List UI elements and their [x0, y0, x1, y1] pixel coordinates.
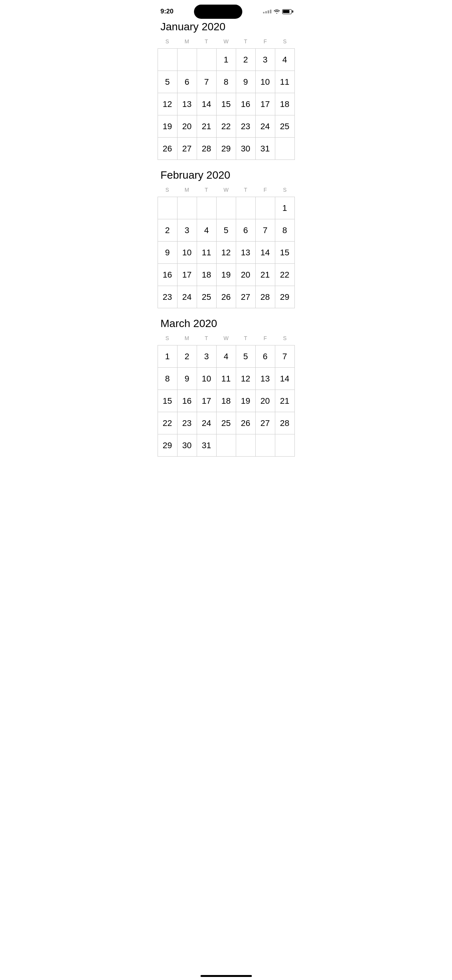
- calendar-cell-day[interactable]: 4: [275, 49, 295, 71]
- calendar-cell-day[interactable]: 15: [275, 242, 295, 264]
- calendar-cell-day[interactable]: 3: [178, 219, 197, 242]
- calendar-cell-day[interactable]: 8: [158, 368, 178, 390]
- calendar-cell-day[interactable]: 9: [236, 71, 256, 93]
- calendar-cell-day[interactable]: 28: [197, 138, 217, 160]
- calendar-cell-day[interactable]: 13: [178, 93, 197, 115]
- calendar-cell-day[interactable]: 7: [256, 219, 275, 242]
- calendar-cell-day[interactable]: 9: [178, 368, 197, 390]
- calendar-cell-day[interactable]: 6: [256, 345, 275, 368]
- calendar-cell-day[interactable]: 13: [236, 242, 256, 264]
- calendar-cell-day[interactable]: 22: [275, 264, 295, 286]
- calendar-cell-day[interactable]: 18: [217, 390, 236, 412]
- calendar-cell-day[interactable]: 5: [158, 71, 178, 93]
- calendar-cell-day[interactable]: 15: [217, 93, 236, 115]
- calendar-cell-day[interactable]: 19: [158, 115, 178, 138]
- calendar-cell-day[interactable]: 12: [236, 368, 256, 390]
- calendar-cell-day[interactable]: 29: [275, 286, 295, 308]
- calendar-cell-day[interactable]: 25: [197, 286, 217, 308]
- calendar-cell-day[interactable]: 25: [217, 412, 236, 434]
- calendar-cell-day[interactable]: 23: [158, 286, 178, 308]
- calendar-cell-day[interactable]: 24: [256, 115, 275, 138]
- calendar-cell-day[interactable]: 3: [197, 345, 217, 368]
- calendar-cell-day[interactable]: 7: [275, 345, 295, 368]
- calendar-cell-day[interactable]: 23: [178, 412, 197, 434]
- day-headers-0: SMTWTFS: [158, 36, 295, 47]
- month-title-1: February 2020: [158, 169, 295, 181]
- calendar-cell-day[interactable]: 24: [197, 412, 217, 434]
- calendar-cell-day[interactable]: 3: [256, 49, 275, 71]
- calendar-cell-day[interactable]: 12: [217, 242, 236, 264]
- calendar-cell-day[interactable]: 20: [236, 264, 256, 286]
- calendar-cell-day[interactable]: 10: [178, 242, 197, 264]
- dynamic-island: [194, 5, 242, 19]
- calendar-cell-day[interactable]: 30: [178, 434, 197, 457]
- calendar-cell-day[interactable]: 6: [178, 71, 197, 93]
- calendar-cell-day[interactable]: 28: [275, 412, 295, 434]
- calendar-cell-day[interactable]: 21: [256, 264, 275, 286]
- calendar-cell-day[interactable]: 6: [236, 219, 256, 242]
- calendar-cell-day[interactable]: 24: [178, 286, 197, 308]
- calendar-cell-day[interactable]: 2: [236, 49, 256, 71]
- calendar-cell-day[interactable]: 25: [275, 115, 295, 138]
- calendar-cell-day[interactable]: 21: [197, 115, 217, 138]
- calendar-cell-day[interactable]: 8: [275, 219, 295, 242]
- calendar-cell-day[interactable]: 26: [236, 412, 256, 434]
- calendar-cell-day[interactable]: 29: [217, 138, 236, 160]
- calendar-cell-day[interactable]: 2: [158, 219, 178, 242]
- calendar-cell-day[interactable]: 11: [217, 368, 236, 390]
- calendar-cell-day[interactable]: 14: [197, 93, 217, 115]
- calendar-cell-day[interactable]: 10: [197, 368, 217, 390]
- calendar-cell-day[interactable]: 5: [217, 219, 236, 242]
- calendar-cell-day[interactable]: 28: [256, 286, 275, 308]
- calendar-cell-day[interactable]: 4: [217, 345, 236, 368]
- calendar-cell-day[interactable]: 22: [158, 412, 178, 434]
- calendar-cell-day[interactable]: 20: [256, 390, 275, 412]
- calendar-cell-day[interactable]: 22: [217, 115, 236, 138]
- calendar-cell-day[interactable]: 4: [197, 219, 217, 242]
- calendar-cell-day[interactable]: 21: [275, 390, 295, 412]
- calendar-cell-empty: [217, 197, 236, 219]
- calendar-cell-day[interactable]: 13: [256, 368, 275, 390]
- calendar-cell-day[interactable]: 2: [178, 345, 197, 368]
- calendar-cell-day[interactable]: 31: [256, 138, 275, 160]
- calendar-cell-day[interactable]: 29: [158, 434, 178, 457]
- calendar-cell-day[interactable]: 18: [275, 93, 295, 115]
- calendar-cell-day[interactable]: 12: [158, 93, 178, 115]
- calendar-cell-day[interactable]: 16: [236, 93, 256, 115]
- calendar-cell-day[interactable]: 15: [158, 390, 178, 412]
- calendar-cell-day[interactable]: 16: [158, 264, 178, 286]
- calendar-cell-day[interactable]: 10: [256, 71, 275, 93]
- calendar-cell-day[interactable]: 1: [275, 197, 295, 219]
- calendar-cell-day[interactable]: 20: [178, 115, 197, 138]
- wifi-icon: [274, 9, 280, 14]
- calendar-cell-day[interactable]: 19: [217, 264, 236, 286]
- calendar-cell-day[interactable]: 1: [217, 49, 236, 71]
- battery-icon: [282, 9, 292, 14]
- calendar-cell-day[interactable]: 16: [178, 390, 197, 412]
- day-header-label: W: [216, 184, 236, 195]
- calendar-cell-day[interactable]: 27: [236, 286, 256, 308]
- calendar-cell-day[interactable]: 27: [256, 412, 275, 434]
- calendar-cell-day[interactable]: 14: [275, 368, 295, 390]
- calendar-cell-day[interactable]: 17: [178, 264, 197, 286]
- calendar-cell-day[interactable]: 27: [178, 138, 197, 160]
- calendar-cell-day[interactable]: 18: [197, 264, 217, 286]
- calendar-cell-day[interactable]: 26: [217, 286, 236, 308]
- calendar-cell-empty: [178, 49, 197, 71]
- calendar-cell-day[interactable]: 30: [236, 138, 256, 160]
- calendar-cell-day[interactable]: 11: [197, 242, 217, 264]
- calendar-cell-day[interactable]: 7: [197, 71, 217, 93]
- calendar-cell-day[interactable]: 9: [158, 242, 178, 264]
- calendar-cell-day[interactable]: 1: [158, 345, 178, 368]
- calendar-cell-day[interactable]: 17: [197, 390, 217, 412]
- day-header-label: S: [275, 184, 294, 195]
- calendar-cell-day[interactable]: 17: [256, 93, 275, 115]
- calendar-cell-day[interactable]: 26: [158, 138, 178, 160]
- calendar-cell-day[interactable]: 14: [256, 242, 275, 264]
- calendar-cell-day[interactable]: 5: [236, 345, 256, 368]
- calendar-cell-day[interactable]: 23: [236, 115, 256, 138]
- calendar-cell-day[interactable]: 31: [197, 434, 217, 457]
- calendar-cell-day[interactable]: 8: [217, 71, 236, 93]
- calendar-cell-day[interactable]: 11: [275, 71, 295, 93]
- calendar-cell-day[interactable]: 19: [236, 390, 256, 412]
